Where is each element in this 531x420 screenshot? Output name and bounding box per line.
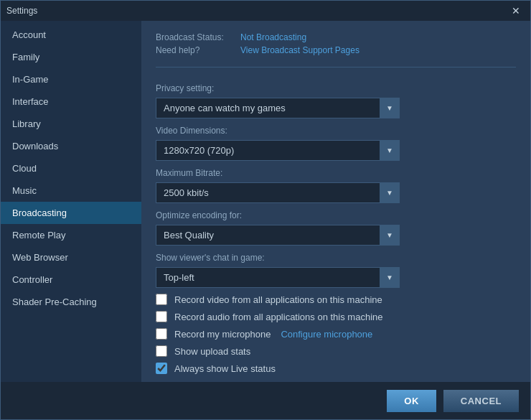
optimize-dropdown-wrapper: Best QualityBalancedBest Performance ▼ [156,225,400,246]
checkbox-label-record-video: Record video from all applications on th… [174,294,382,305]
broadcast-status-section: Broadcast Status: Not Broadcasting Need … [156,32,516,58]
need-help-label: Need help? [156,45,235,55]
privacy-dropdown[interactable]: Anyone can watch my gamesFriends OnlyInv… [156,98,400,118]
chat-dropdown[interactable]: Top-leftTop-rightBottom-leftBottom-right… [156,267,400,288]
main-panel: Broadcast Status: Not Broadcasting Need … [141,21,530,382]
video-dim-dropdown-wrapper: 1280x720 (720p)1920x1080 (1080p)854x480 … [156,140,400,161]
view-support-link[interactable]: View Broadcast Support Pages [240,45,360,55]
broadcast-status-label: Broadcast Status: [156,32,235,42]
sidebar-item-controller[interactable]: Controller [1,269,141,291]
configure-microphone-link[interactable]: Configure microphone [281,329,372,340]
divider-1 [156,67,516,67]
checkbox-record-video[interactable] [156,294,167,305]
checkbox-row-show-upload: Show upload stats [156,345,516,357]
optimize-dropdown[interactable]: Best QualityBalancedBest Performance [156,225,400,246]
checkbox-show-upload[interactable] [156,345,167,357]
checkbox-row-always-live: Always show Live status [156,363,516,374]
window-title: Settings [6,6,37,16]
chat-label: Show viewer's chat in game: [156,253,516,263]
titlebar: Settings ✕ [1,1,530,21]
optimize-label: Optimize encoding for: [156,210,516,220]
cancel-button[interactable]: CANCEL [443,390,519,412]
video-dim-dropdown[interactable]: 1280x720 (720p)1920x1080 (1080p)854x480 … [156,140,400,161]
sidebar-item-family[interactable]: Family [1,46,141,68]
sidebar-item-downloads[interactable]: Downloads [1,135,141,157]
footer: OK CANCEL [1,382,530,419]
checkbox-label-show-upload: Show upload stats [174,346,250,357]
sidebar-item-cloud[interactable]: Cloud [1,157,141,179]
checkboxes-section: Record video from all applications on th… [156,288,516,380]
checkbox-label-record-audio: Record audio from all applications on th… [174,312,383,322]
sidebar-item-music[interactable]: Music [1,179,141,202]
sidebar-item-shader-pre-caching[interactable]: Shader Pre-Caching [1,291,141,313]
ok-button[interactable]: OK [387,390,436,412]
sidebar-item-web-browser[interactable]: Web Browser [1,246,141,269]
checkbox-record-audio[interactable] [156,311,167,322]
settings-window: Settings ✕ AccountFamilyIn-GameInterface… [0,0,531,420]
close-button[interactable]: ✕ [507,4,525,18]
checkbox-label-record-mic: Record my microphone [174,329,271,340]
checkbox-row-record-video: Record video from all applications on th… [156,294,516,305]
broadcast-status-value[interactable]: Not Broadcasting [240,32,306,42]
sidebar: AccountFamilyIn-GameInterfaceLibraryDown… [1,21,141,382]
sidebar-item-broadcasting[interactable]: Broadcasting [1,202,141,224]
max-bitrate-label: Maximum Bitrate: [156,168,516,178]
checkbox-label-always-live: Always show Live status [174,363,276,374]
content-area: AccountFamilyIn-GameInterfaceLibraryDown… [1,21,530,382]
chat-dropdown-wrapper: Top-leftTop-rightBottom-leftBottom-right… [156,267,400,288]
sidebar-item-library[interactable]: Library [1,113,141,135]
video-dim-label: Video Dimensions: [156,126,516,136]
privacy-dropdown-wrapper: Anyone can watch my gamesFriends OnlyInv… [156,98,400,118]
max-bitrate-dropdown-wrapper: 2500 kbit/s1000 kbit/s500 kbit/s3000 kbi… [156,182,400,203]
max-bitrate-dropdown[interactable]: 2500 kbit/s1000 kbit/s500 kbit/s3000 kbi… [156,182,400,203]
checkbox-always-live[interactable] [156,363,167,374]
sidebar-item-remote-play[interactable]: Remote Play [1,224,141,246]
sidebar-item-account[interactable]: Account [1,24,141,46]
sidebar-item-interface[interactable]: Interface [1,90,141,113]
privacy-label: Privacy setting: [156,83,516,93]
checkbox-row-record-audio: Record audio from all applications on th… [156,311,516,322]
checkbox-record-mic[interactable] [156,328,167,340]
checkbox-row-record-mic: Record my microphoneConfigure microphone [156,328,516,340]
need-help-row: Need help? View Broadcast Support Pages [156,45,516,55]
broadcast-status-row: Broadcast Status: Not Broadcasting [156,32,516,42]
sidebar-item-in-game[interactable]: In-Game [1,68,141,90]
